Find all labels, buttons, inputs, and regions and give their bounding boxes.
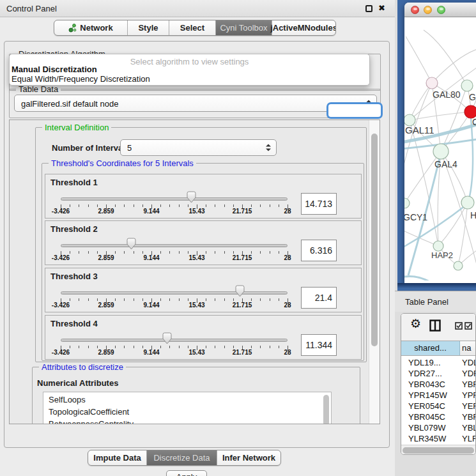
table-row[interactable]: YPR145WYPR1 [401, 390, 476, 401]
gear-icon[interactable]: ⚙ [410, 316, 421, 330]
slider-scale-label: 15.43 [178, 208, 216, 215]
tab-cyni-toolbox[interactable]: Cyni Toolbox [215, 20, 272, 35]
numerical-attributes-label: Numerical Attributes [37, 378, 118, 388]
close-icon[interactable]: ✖ [378, 3, 385, 13]
slider-thumb[interactable] [162, 332, 173, 344]
slider-tick [124, 251, 125, 254]
tab-impute-data[interactable]: Impute Data [88, 450, 146, 465]
slider-tick [97, 204, 98, 207]
slider-thumb[interactable] [186, 191, 197, 203]
threshold-title: Threshold 1 [50, 178, 98, 187]
threshold-panel-1: Threshold 1-3.4262.8599.14415.4321.71528… [45, 174, 362, 219]
column-header-shared-name[interactable]: shared... [401, 341, 460, 355]
network-edge[interactable] [432, 48, 476, 83]
horizontal-scrollbar-thumb[interactable] [403, 447, 474, 454]
table-row[interactable]: YDL19...YDL1 [401, 357, 476, 368]
number-of-intervals-combobox[interactable]: 5 [120, 139, 277, 156]
network-node[interactable] [464, 105, 476, 118]
network-edge[interactable] [406, 36, 432, 83]
network-node[interactable] [461, 80, 473, 91]
checkbox-icon[interactable] [455, 322, 463, 330]
list-item-topologicalcoefficient[interactable]: TopologicalCoefficient [49, 406, 331, 418]
slider-tick [260, 204, 261, 207]
slider-tick [79, 346, 79, 348]
network-edge-highlighted[interactable] [404, 276, 450, 280]
slider-scale-label: 2.859 [87, 302, 125, 309]
table-row[interactable]: YBR045CYBR0 [401, 411, 476, 422]
vertical-scrollbar-thumb[interactable] [371, 134, 378, 346]
threshold-value-field[interactable]: 21.4 [301, 287, 337, 309]
slider-thumb[interactable] [234, 285, 245, 297]
slider-tick [233, 251, 234, 254]
tab-infer-network[interactable]: Infer Network [217, 450, 280, 465]
network-node[interactable] [461, 196, 474, 209]
threshold-value-field[interactable]: 14.713 [301, 193, 337, 215]
dropdown-item-equal-width-frequency-discretization[interactable]: Equal Width/Frequency Discretization [10, 74, 369, 84]
network-edge[interactable] [410, 83, 432, 120]
algorithm-combobox[interactable] [326, 102, 383, 119]
threshold-value-field[interactable]: 11.344 [301, 334, 337, 356]
slider-tick [179, 298, 180, 301]
zoom-traffic-light-icon[interactable] [437, 6, 445, 14]
threshold-title: Threshold 4 [50, 319, 98, 328]
cell-shared-name: YDL19... [408, 357, 441, 368]
network-window-titlebar[interactable] [404, 3, 476, 17]
threshold-value-field[interactable]: 6.316 [301, 240, 337, 261]
slider-tick [233, 204, 234, 207]
network-window[interactable]: GAL80GACGAL11GAL4GCY1HHAP2 [404, 3, 476, 283]
threshold-slider[interactable] [61, 197, 288, 201]
network-node[interactable] [454, 261, 463, 270]
tab-network[interactable]: Network [54, 20, 127, 35]
table-row[interactable]: YBL079WYBL0 [401, 422, 476, 433]
close-traffic-light-icon[interactable] [411, 6, 419, 14]
window-frame-shadow [397, 283, 476, 291]
float-window-icon[interactable] [365, 5, 372, 12]
split-view-icon[interactable] [429, 319, 441, 332]
tab-jactivemnodules[interactable]: jActiveMNodules [272, 20, 335, 35]
slider-tick [97, 251, 98, 254]
network-edge-highlighted[interactable] [468, 118, 473, 204]
slider-tick [88, 298, 89, 301]
list-item-betweennesscentrality[interactable]: BetweennessCentrality [49, 418, 331, 424]
list-scrollbar-thumb[interactable] [323, 395, 329, 424]
network-edge[interactable] [458, 203, 468, 266]
slider-tick [88, 204, 89, 207]
table-row[interactable]: YBR043CYBR0 [401, 379, 476, 390]
checkbox-icon[interactable] [464, 322, 472, 330]
threshold-slider[interactable] [61, 291, 288, 295]
minimize-traffic-light-icon[interactable] [424, 6, 432, 14]
apply-button[interactable]: Apply [166, 470, 207, 476]
table-panel-title: Table Panel [405, 297, 449, 307]
cell-shared-name: YER054C [408, 401, 445, 411]
network-node[interactable] [426, 77, 438, 89]
table-row[interactable]: YLR345WYLR3 [401, 433, 476, 444]
tab-style[interactable]: Style [127, 20, 169, 35]
tab-discretize-data[interactable]: Discretize Data [146, 450, 217, 465]
slider-tick [142, 298, 143, 301]
network-canvas[interactable]: GAL80GACGAL11GAL4GCY1HHAP2 [404, 17, 476, 280]
slider-scale-label: 2.859 [87, 254, 125, 261]
number-of-intervals-label: Number of Intervals [52, 143, 130, 153]
network-node[interactable] [433, 144, 449, 159]
slider-thumb[interactable] [126, 238, 137, 250]
vertical-scrollbar-track[interactable] [369, 120, 380, 424]
table-row[interactable]: YDR27...YDR2 [401, 368, 476, 379]
slider-tick [251, 204, 252, 207]
tab-select[interactable]: Select [169, 20, 215, 35]
column-header-name[interactable]: na [462, 341, 471, 355]
control-panel-title: Control Panel [6, 4, 57, 13]
node-label-ga: GA [469, 92, 476, 102]
slider-tick [88, 251, 89, 254]
slider-tick [124, 298, 125, 301]
network-node[interactable] [404, 198, 410, 208]
slider-tick [270, 298, 270, 301]
threshold-slider[interactable] [61, 339, 288, 342]
threshold-slider[interactable] [61, 244, 288, 247]
horizontal-scrollbar-track[interactable] [401, 445, 476, 455]
table-data-combobox[interactable]: galFiltered.sif default node [14, 95, 377, 112]
table-row[interactable]: YER054CYER0 [401, 401, 476, 411]
network-node[interactable] [433, 241, 443, 251]
slider-tick [270, 346, 270, 348]
list-item-selfloops[interactable]: SelfLoops [49, 394, 331, 406]
numerical-attributes-list[interactable]: SelfLoopsTopologicalCoefficientBetweenne… [43, 392, 332, 424]
